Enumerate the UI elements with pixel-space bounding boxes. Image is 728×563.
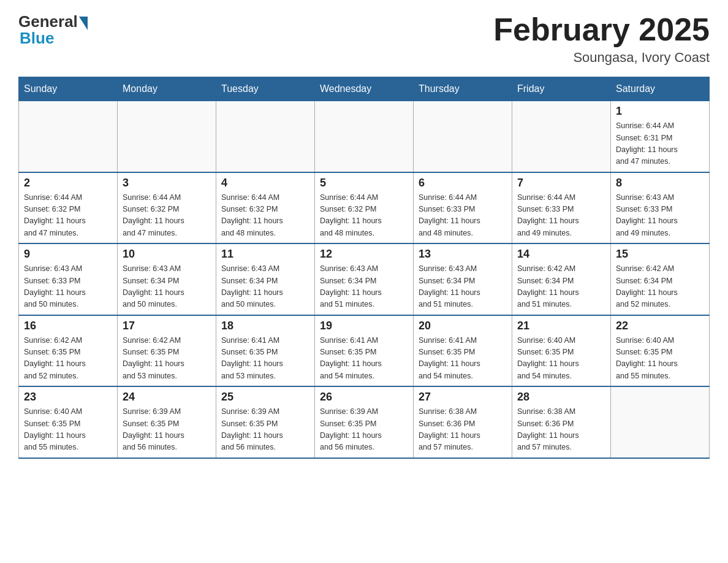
calendar-week-1: 1Sunrise: 6:44 AMSunset: 6:31 PMDaylight… xyxy=(19,101,710,172)
day-info: Sunrise: 6:43 AMSunset: 6:34 PMDaylight:… xyxy=(221,263,309,311)
day-number: 17 xyxy=(123,320,211,332)
day-number: 11 xyxy=(221,248,309,261)
day-number: 24 xyxy=(123,391,211,404)
calendar-cell: 14Sunrise: 6:42 AMSunset: 6:34 PMDayligh… xyxy=(512,243,611,315)
day-number: 21 xyxy=(517,320,605,332)
day-number: 28 xyxy=(517,391,605,404)
day-info: Sunrise: 6:41 AMSunset: 6:35 PMDaylight:… xyxy=(221,335,309,383)
calendar-cell: 4Sunrise: 6:44 AMSunset: 6:32 PMDaylight… xyxy=(216,172,315,244)
logo: General Blue xyxy=(18,12,88,48)
day-info: Sunrise: 6:44 AMSunset: 6:32 PMDaylight:… xyxy=(221,192,309,240)
calendar-cell: 20Sunrise: 6:41 AMSunset: 6:35 PMDayligh… xyxy=(414,315,512,387)
calendar-cell: 28Sunrise: 6:38 AMSunset: 6:36 PMDayligh… xyxy=(512,386,611,458)
calendar-header: SundayMondayTuesdayWednesdayThursdayFrid… xyxy=(19,77,710,101)
calendar-body: 1Sunrise: 6:44 AMSunset: 6:31 PMDaylight… xyxy=(19,101,710,458)
calendar-week-2: 2Sunrise: 6:44 AMSunset: 6:32 PMDaylight… xyxy=(19,172,710,244)
calendar-cell: 26Sunrise: 6:39 AMSunset: 6:35 PMDayligh… xyxy=(315,386,414,458)
day-number: 20 xyxy=(419,320,507,332)
calendar-cell xyxy=(414,101,512,172)
day-info: Sunrise: 6:44 AMSunset: 6:32 PMDaylight:… xyxy=(320,192,408,240)
day-number: 23 xyxy=(24,391,112,404)
weekday-header-monday: Monday xyxy=(118,77,216,101)
day-info: Sunrise: 6:44 AMSunset: 6:32 PMDaylight:… xyxy=(123,192,211,240)
day-info: Sunrise: 6:40 AMSunset: 6:35 PMDaylight:… xyxy=(517,335,605,383)
day-info: Sunrise: 6:39 AMSunset: 6:35 PMDaylight:… xyxy=(320,406,408,454)
day-number: 13 xyxy=(419,248,507,261)
calendar-cell: 1Sunrise: 6:44 AMSunset: 6:31 PMDaylight… xyxy=(611,101,710,172)
calendar-cell: 22Sunrise: 6:40 AMSunset: 6:35 PMDayligh… xyxy=(611,315,710,387)
month-title: February 2025 xyxy=(493,12,710,47)
day-info: Sunrise: 6:43 AMSunset: 6:34 PMDaylight:… xyxy=(320,263,408,311)
calendar-cell: 6Sunrise: 6:44 AMSunset: 6:33 PMDaylight… xyxy=(414,172,512,244)
calendar-cell: 8Sunrise: 6:43 AMSunset: 6:33 PMDaylight… xyxy=(611,172,710,244)
day-info: Sunrise: 6:43 AMSunset: 6:34 PMDaylight:… xyxy=(123,263,211,311)
calendar-cell: 10Sunrise: 6:43 AMSunset: 6:34 PMDayligh… xyxy=(118,243,216,315)
calendar-cell: 3Sunrise: 6:44 AMSunset: 6:32 PMDaylight… xyxy=(118,172,216,244)
day-number: 8 xyxy=(616,177,704,190)
day-number: 22 xyxy=(616,320,704,332)
calendar-cell: 5Sunrise: 6:44 AMSunset: 6:32 PMDaylight… xyxy=(315,172,414,244)
calendar-cell xyxy=(118,101,216,172)
day-number: 6 xyxy=(419,177,507,190)
day-number: 7 xyxy=(517,177,605,190)
calendar-cell: 13Sunrise: 6:43 AMSunset: 6:34 PMDayligh… xyxy=(414,243,512,315)
calendar-cell xyxy=(315,101,414,172)
weekday-header-tuesday: Tuesday xyxy=(216,77,315,101)
day-number: 3 xyxy=(123,177,211,190)
day-info: Sunrise: 6:43 AMSunset: 6:34 PMDaylight:… xyxy=(419,263,507,311)
day-info: Sunrise: 6:42 AMSunset: 6:35 PMDaylight:… xyxy=(24,335,112,383)
calendar-cell: 2Sunrise: 6:44 AMSunset: 6:32 PMDaylight… xyxy=(19,172,118,244)
weekday-header-wednesday: Wednesday xyxy=(315,77,414,101)
day-number: 12 xyxy=(320,248,408,261)
logo-arrow-icon xyxy=(79,17,88,30)
day-info: Sunrise: 6:40 AMSunset: 6:35 PMDaylight:… xyxy=(24,406,112,454)
location-text: Soungasa, Ivory Coast xyxy=(493,50,710,66)
day-info: Sunrise: 6:41 AMSunset: 6:35 PMDaylight:… xyxy=(320,335,408,383)
calendar-cell: 23Sunrise: 6:40 AMSunset: 6:35 PMDayligh… xyxy=(19,386,118,458)
day-number: 16 xyxy=(24,320,112,332)
day-number: 15 xyxy=(616,248,704,261)
day-info: Sunrise: 6:38 AMSunset: 6:36 PMDaylight:… xyxy=(517,406,605,454)
day-info: Sunrise: 6:44 AMSunset: 6:33 PMDaylight:… xyxy=(419,192,507,240)
calendar-cell: 12Sunrise: 6:43 AMSunset: 6:34 PMDayligh… xyxy=(315,243,414,315)
calendar-cell: 15Sunrise: 6:42 AMSunset: 6:34 PMDayligh… xyxy=(611,243,710,315)
day-info: Sunrise: 6:44 AMSunset: 6:31 PMDaylight:… xyxy=(616,120,704,168)
calendar-cell xyxy=(19,101,118,172)
calendar-cell: 25Sunrise: 6:39 AMSunset: 6:35 PMDayligh… xyxy=(216,386,315,458)
day-info: Sunrise: 6:40 AMSunset: 6:35 PMDaylight:… xyxy=(616,335,704,383)
weekday-header-sunday: Sunday xyxy=(19,77,118,101)
calendar-cell: 7Sunrise: 6:44 AMSunset: 6:33 PMDaylight… xyxy=(512,172,611,244)
day-number: 10 xyxy=(123,248,211,261)
day-number: 26 xyxy=(320,391,408,404)
calendar-week-5: 23Sunrise: 6:40 AMSunset: 6:35 PMDayligh… xyxy=(19,386,710,458)
calendar-cell: 27Sunrise: 6:38 AMSunset: 6:36 PMDayligh… xyxy=(414,386,512,458)
calendar-cell: 17Sunrise: 6:42 AMSunset: 6:35 PMDayligh… xyxy=(118,315,216,387)
day-number: 4 xyxy=(221,177,309,190)
calendar-week-3: 9Sunrise: 6:43 AMSunset: 6:33 PMDaylight… xyxy=(19,243,710,315)
calendar-cell xyxy=(216,101,315,172)
day-info: Sunrise: 6:42 AMSunset: 6:35 PMDaylight:… xyxy=(123,335,211,383)
weekday-header-friday: Friday xyxy=(512,77,611,101)
day-number: 9 xyxy=(24,248,112,261)
day-info: Sunrise: 6:41 AMSunset: 6:35 PMDaylight:… xyxy=(419,335,507,383)
calendar-cell xyxy=(611,386,710,458)
day-number: 27 xyxy=(419,391,507,404)
logo-blue-text: Blue xyxy=(20,29,54,48)
title-section: February 2025 Soungasa, Ivory Coast xyxy=(493,12,710,66)
page-header: General Blue February 2025 Soungasa, Ivo… xyxy=(18,12,710,66)
weekday-header-thursday: Thursday xyxy=(414,77,512,101)
calendar-cell xyxy=(512,101,611,172)
calendar-cell: 16Sunrise: 6:42 AMSunset: 6:35 PMDayligh… xyxy=(19,315,118,387)
calendar-cell: 11Sunrise: 6:43 AMSunset: 6:34 PMDayligh… xyxy=(216,243,315,315)
day-info: Sunrise: 6:43 AMSunset: 6:33 PMDaylight:… xyxy=(616,192,704,240)
day-number: 19 xyxy=(320,320,408,332)
day-info: Sunrise: 6:42 AMSunset: 6:34 PMDaylight:… xyxy=(517,263,605,311)
day-number: 1 xyxy=(616,105,704,118)
weekday-header-row: SundayMondayTuesdayWednesdayThursdayFrid… xyxy=(19,77,710,101)
calendar-cell: 24Sunrise: 6:39 AMSunset: 6:35 PMDayligh… xyxy=(118,386,216,458)
calendar-cell: 9Sunrise: 6:43 AMSunset: 6:33 PMDaylight… xyxy=(19,243,118,315)
calendar-cell: 21Sunrise: 6:40 AMSunset: 6:35 PMDayligh… xyxy=(512,315,611,387)
day-info: Sunrise: 6:42 AMSunset: 6:34 PMDaylight:… xyxy=(616,263,704,311)
day-info: Sunrise: 6:39 AMSunset: 6:35 PMDaylight:… xyxy=(221,406,309,454)
calendar-cell: 18Sunrise: 6:41 AMSunset: 6:35 PMDayligh… xyxy=(216,315,315,387)
